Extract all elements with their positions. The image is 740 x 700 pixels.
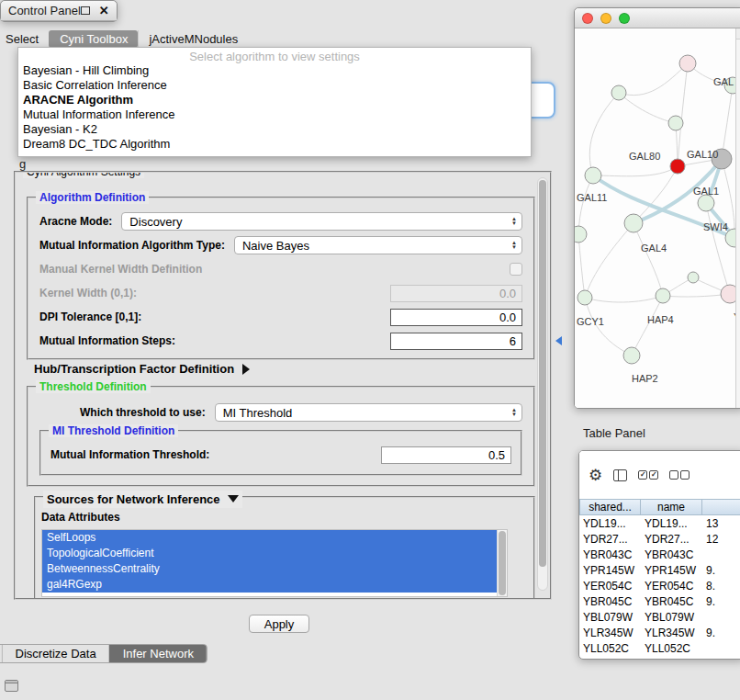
attribute-list-item[interactable]: TopologicalCoefficient — [42, 546, 497, 561]
algorithm-option[interactable]: Bayesian - Hill Climbing — [18, 63, 531, 78]
table-row[interactable]: YER054CYER054C8. — [579, 578, 740, 593]
network-graph[interactable]: GALGAL80GAL10GAL11GAL1SWI4GAL4GCY1HAP4YH… — [575, 28, 740, 409]
column-header[interactable] — [702, 499, 740, 515]
bottom-tab-infer-network[interactable]: Infer Network — [109, 645, 207, 662]
network-node[interactable] — [624, 214, 643, 232]
control-panel-titlebar[interactable]: Control Panel ✕ — [1, 1, 117, 21]
algorithm-option[interactable]: Mutual Information Inference — [18, 107, 531, 122]
attribute-list-item[interactable]: gal4RGexp — [42, 577, 497, 593]
table-cell: YLR345W — [579, 627, 641, 639]
network-edge[interactable] — [619, 63, 688, 96]
mi-type-value: Naive Bayes — [242, 239, 309, 253]
table-row[interactable]: YDR27...YDR27...12 — [579, 531, 740, 547]
table-cell: 8. — [702, 580, 740, 593]
mi-threshold-field[interactable]: 0.5 — [381, 446, 511, 464]
network-edge[interactable] — [632, 296, 663, 356]
network-scrollbar[interactable] — [735, 28, 740, 408]
algorithm-option[interactable]: Dream8 DC_TDC Algorithm — [18, 137, 531, 152]
zoom-traffic-light[interactable] — [619, 13, 630, 24]
select-all-icon[interactable]: ✓✓ — [638, 470, 658, 480]
threshold-definition-title: Threshold Definition — [36, 380, 151, 393]
network-node[interactable] — [623, 347, 640, 364]
network-node[interactable] — [688, 272, 699, 283]
network-node[interactable] — [575, 226, 587, 243]
kernel-width-field[interactable]: 0.0 — [390, 285, 522, 302]
network-node[interactable] — [679, 55, 696, 72]
table-cell: YBR045C — [641, 595, 702, 608]
table-cell: YPR145W — [641, 564, 702, 577]
algorithm-option[interactable]: Bayesian - K2 — [18, 122, 531, 137]
column-header[interactable]: name — [641, 499, 702, 515]
minimize-traffic-light[interactable] — [600, 13, 611, 24]
which-threshold-select[interactable]: MI Threshold ▲▼ — [215, 403, 522, 422]
mi-steps-row: Mutual Information Steps: 6 — [39, 329, 522, 353]
hub-definition-expander[interactable]: Hub/Transcription Factor Definition — [34, 362, 255, 376]
mi-steps-field[interactable]: 6 — [390, 333, 522, 350]
close-icon[interactable]: ✕ — [99, 4, 109, 17]
network-edge[interactable] — [585, 223, 633, 298]
table-body: YDL19...YDL19...13YDR27...YDR27...12YBR0… — [579, 515, 740, 656]
network-edge[interactable] — [663, 294, 730, 297]
sources-expander[interactable]: Sources for Network Inference — [43, 491, 242, 508]
table-cell: YER054C — [641, 580, 702, 593]
panel-collapse-arrow[interactable] — [555, 336, 562, 345]
network-edge[interactable] — [619, 93, 676, 123]
network-node[interactable] — [577, 290, 592, 305]
table-cell: 9. — [702, 595, 740, 608]
manual-kernel-checkbox[interactable] — [510, 263, 522, 276]
settings-scrollbar[interactable] — [537, 177, 548, 591]
algorithm-definition-group: Algorithm Definition Aracne Mode: Discov… — [27, 197, 535, 360]
node-label: GAL — [713, 76, 734, 87]
table-row[interactable]: YPR145WYPR145W9. — [579, 562, 740, 578]
table-row[interactable]: YBR045CYBR045C9. — [579, 593, 740, 609]
network-node[interactable] — [585, 167, 601, 184]
network-window-titlebar[interactable] — [575, 8, 740, 28]
tab-select[interactable]: Select — [0, 30, 49, 48]
network-edge[interactable] — [633, 223, 663, 296]
network-edge[interactable] — [578, 175, 593, 234]
combo-arrows-icon: ▲▼ — [506, 241, 517, 250]
float-window-icon[interactable] — [81, 6, 90, 15]
network-node[interactable] — [611, 85, 626, 100]
node-label: GAL11 — [577, 192, 607, 203]
attribute-list-item[interactable]: SelfLoops — [42, 530, 497, 546]
network-edge[interactable] — [589, 93, 619, 175]
table-cell: YDL19... — [641, 517, 702, 530]
network-node[interactable] — [698, 195, 714, 211]
network-node[interactable] — [656, 288, 670, 303]
columns-icon[interactable] — [613, 469, 627, 481]
mi-type-select[interactable]: Naive Bayes ▲▼ — [234, 236, 522, 254]
control-panel-window: Control Panel ✕ NetworkStyleSelectCyni T… — [0, 0, 118, 22]
table-row[interactable]: YDL19...YDL19...13 — [579, 515, 740, 531]
network-edge[interactable] — [722, 85, 733, 159]
attribute-list-scrollbar[interactable] — [497, 530, 507, 596]
table-row[interactable]: YBL079WYBL079W — [579, 609, 740, 625]
algorithm-option[interactable]: ARACNE Algorithm — [18, 93, 531, 107]
aracne-mode-select[interactable]: Discovery ▲▼ — [121, 212, 522, 231]
bottom-tab-discretize-data[interactable]: Discretize Data — [2, 645, 109, 662]
algorithm-option[interactable]: Basic Correlation Inference — [18, 78, 531, 93]
close-traffic-light[interactable] — [582, 13, 593, 24]
column-header[interactable]: shared... — [579, 499, 641, 515]
dpi-tolerance-field[interactable]: 0.0 — [390, 309, 522, 326]
minimized-panel-icon[interactable] — [5, 680, 18, 692]
attribute-list-item[interactable]: BetweennessCentrality — [42, 561, 497, 577]
network-node[interactable] — [670, 159, 685, 174]
attribute-list[interactable]: SelfLoopsTopologicalCoefficientBetweenne… — [41, 529, 508, 597]
table-row[interactable]: YLR345WYLR345W9. — [579, 625, 740, 640]
deselect-all-icon[interactable] — [669, 470, 690, 480]
manual-kernel-row: Manual Kernel Width Definition — [39, 257, 522, 281]
apply-button[interactable]: Apply — [249, 615, 309, 633]
tab-cyni-toolbox[interactable]: Cyni Toolbox — [49, 30, 138, 48]
network-canvas[interactable]: GALGAL80GAL10GAL11GAL1SWI4GAL4GCY1HAP4YH… — [575, 28, 740, 408]
network-edge[interactable] — [593, 166, 678, 176]
table-row[interactable]: YBR043CYBR043C — [579, 547, 740, 562]
network-node[interactable] — [668, 116, 683, 130]
network-edge[interactable] — [578, 234, 585, 298]
network-edge[interactable] — [585, 296, 663, 302]
sources-title: Sources for Network Inference — [47, 492, 220, 506]
gear-icon[interactable]: ⚙ — [589, 468, 602, 483]
tab-jactivemnodules[interactable]: jActiveMNodules — [138, 30, 248, 48]
table-row[interactable]: YLL052CYLL052C — [579, 640, 740, 656]
threshold-definition-group: Threshold Definition Which threshold to … — [27, 386, 535, 487]
